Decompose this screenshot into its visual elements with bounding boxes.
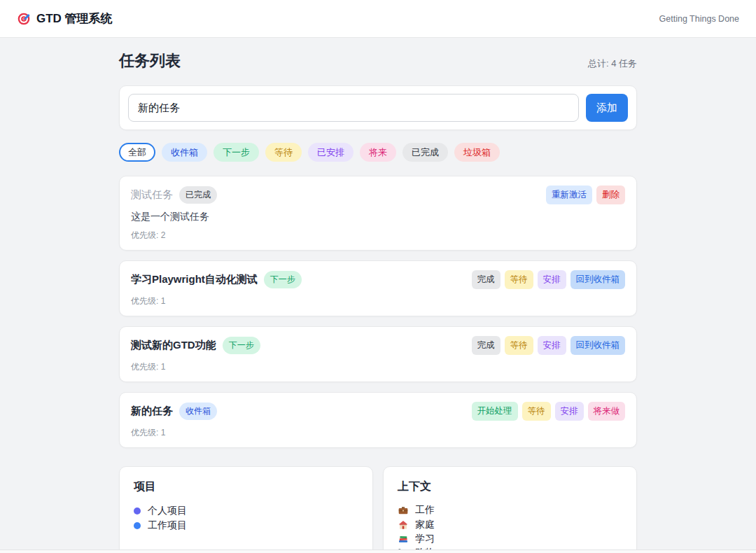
context-item: 学习	[398, 532, 622, 546]
contexts-panel: 上下文 工作家庭学习购物健康电话电脑外出	[383, 466, 637, 550]
project-dot-icon	[134, 522, 141, 529]
filter-pill-5[interactable]: 将来	[360, 143, 396, 162]
filter-pill-3[interactable]: 等待	[265, 143, 302, 162]
app-tagline: Getting Things Done	[659, 14, 739, 24]
filter-pill-2[interactable]: 下一步	[214, 143, 259, 162]
context-label: 工作	[415, 504, 435, 517]
task-card: 学习Playwright自动化测试下一步完成等待安排回到收件箱优先级: 1	[119, 260, 637, 316]
task-total: 总计: 4 任务	[588, 57, 637, 71]
contexts-title: 上下文	[398, 479, 622, 494]
task-actions: 完成等待安排回到收件箱	[472, 270, 626, 289]
project-label: 工作项目	[148, 519, 187, 532]
cart-icon	[398, 547, 409, 550]
filter-bar: 全部收件箱下一步等待已安排将来已完成垃圾箱	[119, 143, 637, 162]
bottom-panels: 项目 个人项目工作项目 上下文 工作家庭学习购物健康电话电脑外出	[119, 466, 637, 550]
context-item: 工作	[398, 503, 622, 517]
task-list: 测试任务已完成重新激活删除这是一个测试任务优先级: 2学习Playwright自…	[119, 176, 637, 448]
task-priority: 优先级: 2	[131, 230, 625, 241]
task-action-button[interactable]: 完成	[472, 270, 500, 289]
task-action-button[interactable]: 删除	[596, 186, 625, 204]
main-area: 任务列表 总计: 4 任务 添加 全部收件箱下一步等待已安排将来已完成垃圾箱 测…	[0, 38, 756, 550]
task-action-button[interactable]: 安排	[538, 336, 566, 355]
task-status-badge: 下一步	[264, 271, 302, 288]
filter-pill-1[interactable]: 收件箱	[162, 143, 207, 162]
task-action-button[interactable]: 安排	[555, 402, 584, 421]
house-icon	[398, 519, 409, 531]
context-item: 购物	[398, 546, 622, 550]
task-status-badge: 下一步	[223, 337, 260, 354]
project-item: 工作项目	[134, 518, 358, 533]
context-label: 购物	[415, 547, 435, 550]
task-action-button[interactable]: 重新激活	[546, 186, 592, 204]
projects-panel: 项目 个人项目工作项目	[119, 466, 373, 550]
task-priority: 优先级: 1	[131, 295, 625, 307]
task-title: 测试任务	[131, 188, 173, 202]
task-card: 测试新的GTD功能下一步完成等待安排回到收件箱优先级: 1	[119, 326, 637, 382]
books-icon	[398, 533, 409, 545]
project-label: 个人项目	[148, 505, 187, 517]
add-task-button[interactable]: 添加	[586, 94, 628, 122]
task-action-button[interactable]: 等待	[505, 336, 533, 355]
task-priority: 优先级: 1	[131, 427, 625, 439]
project-dot-icon	[134, 507, 141, 514]
task-title: 测试新的GTD功能	[131, 339, 216, 352]
task-card: 测试任务已完成重新激活删除这是一个测试任务优先级: 2	[119, 176, 637, 251]
task-action-button[interactable]: 安排	[538, 270, 566, 289]
new-task-input[interactable]	[128, 94, 579, 122]
task-actions: 完成等待安排回到收件箱	[472, 336, 626, 355]
task-actions: 开始处理等待安排将来做	[472, 402, 626, 421]
task-actions: 重新激活删除	[546, 186, 625, 204]
filter-pill-4[interactable]: 已安排	[308, 143, 354, 162]
task-action-button[interactable]: 回到收件箱	[570, 336, 626, 355]
task-action-button[interactable]: 开始处理	[472, 402, 518, 421]
task-status-badge: 收件箱	[179, 402, 217, 420]
contexts-list: 工作家庭学习购物健康电话电脑外出	[398, 503, 622, 550]
context-label: 家庭	[415, 519, 435, 531]
task-action-button[interactable]: 将来做	[588, 402, 626, 421]
task-action-button[interactable]: 等待	[505, 270, 533, 289]
add-task-card: 添加	[119, 85, 637, 130]
page-title: 任务列表	[119, 50, 181, 71]
task-priority: 优先级: 1	[131, 361, 625, 373]
app-title: GTD 管理系统	[36, 10, 113, 27]
target-icon	[17, 12, 31, 26]
task-status-badge: 已完成	[179, 186, 217, 204]
app-header: GTD 管理系统 Getting Things Done	[0, 0, 756, 38]
task-card: 新的任务收件箱开始处理等待安排将来做优先级: 1	[119, 392, 637, 448]
task-description: 这是一个测试任务	[131, 211, 625, 223]
filter-pill-6[interactable]: 已完成	[402, 143, 448, 162]
projects-list: 个人项目工作项目	[134, 503, 358, 533]
briefcase-icon	[398, 505, 409, 516]
task-title: 新的任务	[131, 405, 173, 418]
filter-pill-7[interactable]: 垃圾箱	[454, 143, 500, 162]
task-title: 学习Playwright自动化测试	[131, 273, 258, 286]
projects-title: 项目	[134, 479, 358, 494]
context-label: 学习	[415, 533, 435, 545]
task-action-button[interactable]: 等待	[522, 402, 551, 421]
project-item: 个人项目	[134, 503, 358, 518]
task-action-button[interactable]: 回到收件箱	[570, 270, 626, 289]
task-action-button[interactable]: 完成	[472, 336, 500, 355]
context-item: 家庭	[398, 517, 622, 531]
filter-pill-0[interactable]: 全部	[119, 143, 155, 162]
